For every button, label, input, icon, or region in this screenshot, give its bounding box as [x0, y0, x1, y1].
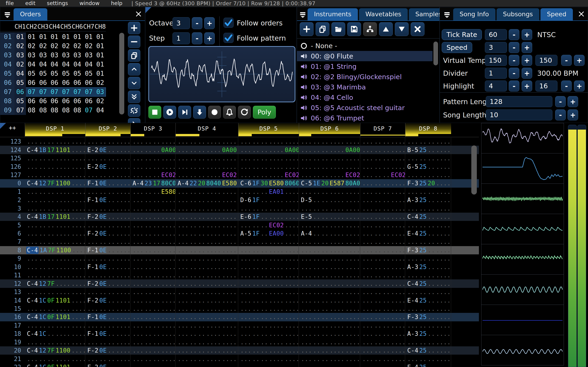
instrument-folder-view-button[interactable]: [363, 22, 377, 36]
pattern-cell[interactable]: ...............: [238, 238, 299, 246]
highlight-input[interactable]: 4: [485, 81, 507, 92]
pattern-cell[interactable]: ...............: [175, 296, 238, 304]
pattern-cell[interactable]: ...........: [405, 271, 451, 279]
order-cell[interactable]: 04: [26, 60, 37, 69]
pattern-cell[interactable]: C-425......: [405, 346, 451, 355]
channel-header-dsp-8[interactable]: DSP 8: [405, 123, 451, 137]
instrument-item[interactable]: - None -: [297, 41, 432, 51]
instruments-window-menu-button[interactable]: [299, 9, 307, 20]
pattern-cell[interactable]: ...........: [130, 338, 175, 346]
pattern-cell[interactable]: ...........: [130, 213, 175, 221]
pattern-cell[interactable]: A-422208040E580: [175, 179, 238, 187]
pattern-cell[interactable]: ...............: [175, 246, 238, 254]
song-window-menu-button[interactable]: [442, 9, 452, 20]
metronome-button[interactable]: [223, 106, 236, 119]
pattern-cell[interactable]: .......EC02: [130, 171, 175, 179]
pattern-length-decrement-button[interactable]: -: [555, 96, 566, 107]
pattern-cell[interactable]: ...............: [238, 288, 299, 296]
pattern-cell[interactable]: ...........: [405, 188, 451, 196]
pattern-cell[interactable]: ...............: [25, 338, 85, 346]
octave-input[interactable]: 3: [173, 17, 190, 29]
pattern-cell[interactable]: ...............: [238, 279, 299, 288]
pattern-cell[interactable]: ...............: [299, 346, 360, 355]
pattern-cell[interactable]: ...........0A00: [299, 146, 360, 154]
pattern-cell[interactable]: G-525......: [405, 162, 451, 171]
menu-file[interactable]: file: [0, 0, 19, 7]
order-cell[interactable]: 03: [37, 51, 49, 60]
pattern-cell[interactable]: ...........: [85, 288, 130, 296]
pattern-cell[interactable]: ...........: [360, 263, 405, 271]
pattern-cell[interactable]: ...............: [299, 162, 360, 171]
play-from-cursor-button[interactable]: [178, 106, 191, 119]
pattern-cell[interactable]: ...........0A00: [238, 146, 299, 154]
pattern-row-3[interactable]: 3.......................................…: [0, 204, 479, 213]
pattern-cell[interactable]: ...........: [360, 338, 405, 346]
delete-instrument-button[interactable]: [411, 22, 424, 36]
pattern-cell[interactable]: ...........: [405, 305, 451, 313]
pattern-cell[interactable]: F-20E......: [85, 279, 130, 288]
pattern-cell[interactable]: ...........: [130, 162, 175, 171]
pattern-cell[interactable]: C-41C0F1101....: [25, 313, 85, 321]
pattern-cell[interactable]: C-425......: [405, 279, 451, 288]
order-cell[interactable]: 06: [26, 78, 37, 87]
pattern-cell[interactable]: ...........: [130, 330, 175, 338]
pattern-cell[interactable]: ...............: [299, 188, 360, 196]
pattern-cell[interactable]: ...........: [360, 221, 405, 229]
pattern-cell[interactable]: ...............: [238, 296, 299, 304]
change-all-orders-button[interactable]: [128, 104, 140, 117]
pattern-cell[interactable]: ...........: [360, 296, 405, 304]
pattern-cell[interactable]: ...............: [238, 363, 299, 367]
divider-increment-button[interactable]: +: [522, 68, 532, 79]
pattern-cell[interactable]: A-325......: [405, 196, 451, 204]
pattern-cell[interactable]: D-5............: [299, 196, 360, 204]
pattern-cell[interactable]: ...........: [130, 305, 175, 313]
pattern-cell[interactable]: ...............: [238, 321, 299, 330]
pattern-cell[interactable]: ...............: [25, 305, 85, 313]
pattern-cell[interactable]: ...............: [25, 288, 85, 296]
order-cell[interactable]: 01: [72, 32, 83, 42]
pattern-cell[interactable]: ...............: [175, 204, 238, 213]
tab-song-info[interactable]: Song Info: [453, 8, 495, 20]
pattern-cell[interactable]: .......E580: [130, 188, 175, 196]
order-row-03[interactable]: 030303030303030301: [0, 51, 106, 60]
pattern-row-12[interactable]: 12C-4127F........F-20E..................…: [0, 279, 479, 288]
pattern-cell[interactable]: ...............: [238, 355, 299, 363]
pattern-cell[interactable]: ...........: [130, 355, 175, 363]
menu-edit[interactable]: edit: [19, 0, 41, 7]
pattern-cell[interactable]: ...............: [175, 221, 238, 229]
highlight-increment-2-button[interactable]: +: [574, 81, 585, 92]
channel-header-dsp-7[interactable]: DSP 7: [360, 123, 405, 137]
order-cell[interactable]: 02: [37, 42, 49, 51]
pattern-cell[interactable]: ...............: [25, 321, 85, 330]
order-cell[interactable]: 06: [49, 78, 60, 87]
tick-rate-increment-button[interactable]: +: [522, 29, 532, 40]
order-cell[interactable]: 06: [37, 78, 49, 87]
pattern-cell[interactable]: ...............: [175, 196, 238, 204]
pattern-cell[interactable]: ...............: [175, 363, 238, 367]
order-row-05[interactable]: 050405050505050501: [0, 69, 106, 78]
pattern-cell[interactable]: ...............: [175, 288, 238, 296]
pattern-cell[interactable]: C-41C0F1101....: [25, 296, 85, 304]
pattern-row-7[interactable]: 7.......................................…: [0, 238, 479, 246]
order-cell[interactable]: 05: [60, 69, 72, 78]
pattern-cell[interactable]: F-10E......: [85, 179, 130, 187]
pattern-cell[interactable]: ...........: [85, 221, 130, 229]
pattern-row-0[interactable]: 0C-4127F1100....F-10E......A-4231780C0A-…: [0, 179, 479, 187]
pattern-cell[interactable]: F-20E......: [85, 363, 130, 367]
pattern-cell[interactable]: ...........: [405, 204, 451, 213]
pattern-cell[interactable]: ...............: [299, 204, 360, 213]
pattern-row-22[interactable]: 22C-41C0F1101....F-20E..................…: [0, 363, 479, 367]
pattern-scrollbar[interactable]: [471, 145, 477, 194]
order-cell[interactable]: 03: [26, 51, 37, 60]
order-cell[interactable]: 05: [26, 69, 37, 78]
order-cell[interactable]: 02: [15, 42, 26, 51]
order-cell[interactable]: 01: [95, 42, 106, 51]
pattern-cell[interactable]: ...............: [175, 263, 238, 271]
pattern-cell[interactable]: E-20E......: [85, 146, 130, 154]
pattern-cell[interactable]: ...............: [25, 355, 85, 363]
order-cell[interactable]: 03: [72, 51, 83, 60]
pattern-cell[interactable]: ...............: [25, 204, 85, 213]
pattern-cell[interactable]: ...............: [25, 188, 85, 196]
add-order-button[interactable]: [128, 22, 140, 34]
order-cell[interactable]: 04: [60, 60, 72, 69]
